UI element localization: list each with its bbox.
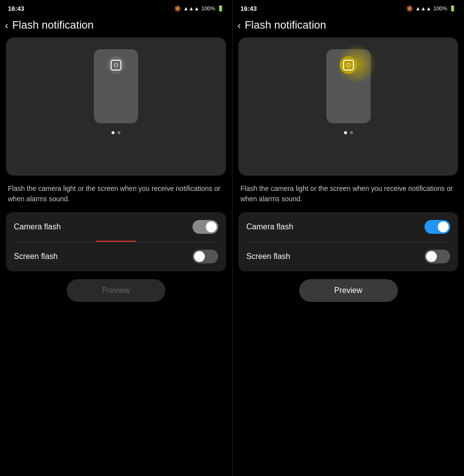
- preview-button-right[interactable]: Preview: [299, 279, 398, 302]
- description-left: Flash the camera light or the screen whe…: [0, 176, 232, 208]
- dot-2-right: [350, 131, 353, 134]
- preview-button-label-right: Preview: [334, 286, 362, 295]
- camera-flash-item-right[interactable]: Camera flash: [238, 212, 458, 242]
- status-icons-right: 🔕 ▲▲▲ 100% 🔋: [406, 5, 456, 12]
- dot-1-left: [112, 131, 115, 134]
- battery-indicator-left: 🔋: [217, 5, 224, 12]
- camera-area-left: [107, 56, 125, 74]
- page-title-right: Flash notification: [245, 19, 326, 32]
- description-right: Flash the camera light or the screen whe…: [232, 176, 464, 208]
- battery-indicator-right: 🔋: [449, 5, 456, 12]
- preview-button-left[interactable]: Preview: [67, 279, 165, 302]
- left-panel: 16:43 🔕 ▲▲▲ 100% 🔋 ‹ Flash notification …: [0, 0, 232, 476]
- signal-icon-left: ▲▲▲: [183, 5, 199, 11]
- screen-flash-item-left[interactable]: Screen flash: [6, 242, 226, 271]
- camera-flash-item-left[interactable]: Camera flash: [6, 212, 226, 242]
- page-title-left: Flash notification: [12, 19, 94, 32]
- status-bar-right: 16:43 🔕 ▲▲▲ 100% 🔋: [232, 0, 464, 15]
- phone-illustration-right: [326, 49, 371, 123]
- dot-1-right: [344, 131, 347, 134]
- screen-flash-item-right[interactable]: Screen flash: [238, 242, 458, 271]
- camera-flash-label-right: Camera flash: [246, 222, 293, 231]
- notification-icon-left: 🔕: [174, 5, 181, 12]
- camera-flash-label-left: Camera flash: [14, 222, 61, 231]
- preview-button-label-left: Preview: [102, 286, 130, 295]
- back-button-right[interactable]: ‹: [237, 20, 241, 30]
- screen-flash-thumb-left: [194, 251, 205, 262]
- camera-flash-toggle-right[interactable]: [425, 220, 450, 234]
- battery-text-right: 100%: [433, 5, 447, 11]
- camera-flash-thumb-left: [206, 221, 217, 232]
- notification-icon-right: 🔕: [406, 5, 413, 12]
- status-bar-left: 16:43 🔕 ▲▲▲ 100% 🔋: [0, 0, 232, 15]
- preview-card-right: [238, 37, 458, 176]
- status-time-left: 16:43: [8, 5, 24, 12]
- settings-list-left: Camera flash Screen flash: [6, 212, 226, 271]
- camera-flash-toggle-left[interactable]: [193, 220, 218, 234]
- screen-flash-thumb-right: [426, 251, 437, 262]
- screen-flash-label-left: Screen flash: [14, 252, 58, 261]
- signal-icon-right: ▲▲▲: [415, 5, 431, 11]
- dots-indicator-left: [112, 131, 120, 134]
- battery-icon-left: 100%: [201, 5, 215, 11]
- status-time-right: 16:43: [240, 5, 257, 12]
- right-panel: 16:43 🔕 ▲▲▲ 100% 🔋 ‹ Flash notification …: [232, 0, 464, 476]
- screen-flash-toggle-right[interactable]: [425, 250, 450, 263]
- preview-card-left: [6, 37, 226, 176]
- screen-flash-label-right: Screen flash: [246, 252, 290, 261]
- status-icons-left: 🔕 ▲▲▲ 100% 🔋: [174, 5, 224, 12]
- screen-flash-toggle-left[interactable]: [193, 250, 218, 263]
- back-button-left[interactable]: ‹: [5, 20, 8, 30]
- phone-body-left: [94, 49, 138, 123]
- camera-flash-thumb-right: [438, 221, 449, 232]
- dot-2-left: [117, 131, 120, 134]
- header-left: ‹ Flash notification: [0, 15, 232, 37]
- header-right: ‹ Flash notification: [232, 15, 464, 37]
- settings-list-right: Camera flash Screen flash: [238, 212, 458, 271]
- camera-icon-right: [343, 60, 354, 71]
- camera-icon-left: [111, 60, 121, 71]
- camera-area-right: [340, 56, 357, 74]
- phone-illustration-left: [94, 49, 138, 123]
- dots-indicator-right: [344, 131, 353, 134]
